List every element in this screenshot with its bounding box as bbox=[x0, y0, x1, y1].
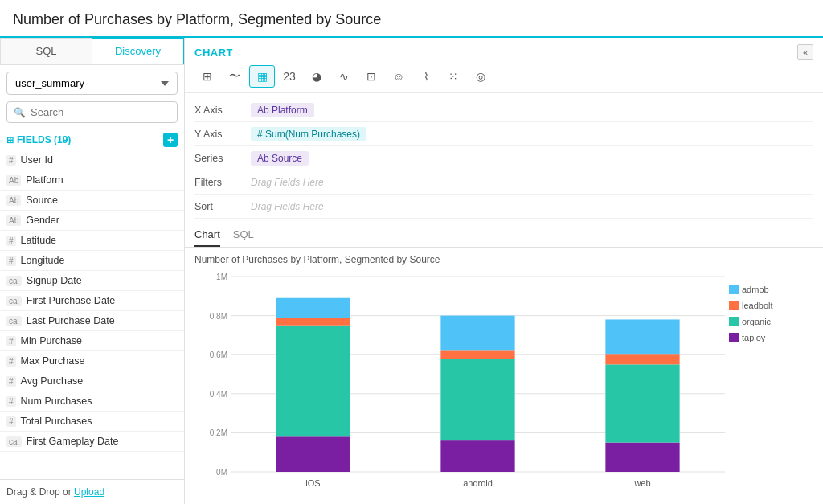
chart-area: Number of Purchases by Platform, Segment… bbox=[185, 248, 823, 504]
bar-admob-web bbox=[605, 319, 679, 354]
axis-row-series: SeriesAb Source bbox=[194, 146, 813, 170]
sidebar-tab-sql[interactable]: SQL bbox=[0, 38, 92, 64]
upload-link[interactable]: Upload bbox=[74, 486, 104, 498]
field-item[interactable]: #Longitude bbox=[0, 251, 184, 271]
chart-header: CHART « bbox=[185, 38, 823, 60]
fields-header: ⊞ FIELDS (19) + bbox=[0, 129, 184, 150]
svg-rect-19 bbox=[729, 317, 739, 326]
axis-row-y: Y Axis# Sum(Num Purchases) bbox=[194, 122, 813, 146]
table-icon[interactable]: ⊞ bbox=[194, 65, 220, 88]
field-item[interactable]: AbSource bbox=[0, 191, 184, 211]
svg-text:admob: admob bbox=[742, 285, 769, 294]
number-icon[interactable]: 23 bbox=[276, 65, 302, 88]
svg-text:0.8M: 0.8M bbox=[210, 312, 227, 321]
page-title: Number of Purchases by Platform, Segment… bbox=[0, 0, 823, 38]
field-item[interactable]: #Max Purchase bbox=[0, 351, 184, 371]
bubble-icon[interactable]: ◎ bbox=[468, 65, 493, 88]
sidebar-tabs: SQL Discovery bbox=[0, 38, 184, 65]
svg-rect-21 bbox=[729, 333, 739, 342]
svg-rect-17 bbox=[729, 301, 739, 310]
search-icon: 🔍 bbox=[14, 107, 26, 118]
search-box: 🔍 bbox=[0, 101, 184, 129]
field-item[interactable]: AbPlatform bbox=[0, 170, 184, 191]
field-item[interactable]: #Latitude bbox=[0, 231, 184, 251]
bar-admob-android bbox=[440, 316, 514, 351]
chart-section-label: CHART bbox=[194, 47, 233, 59]
field-item[interactable]: #Avg Purchase bbox=[0, 371, 184, 391]
axis-tag-y[interactable]: # Sum(Num Purchases) bbox=[251, 127, 366, 141]
line-icon[interactable]: 〜 bbox=[222, 65, 248, 88]
grid-icon: ⊞ bbox=[6, 135, 14, 145]
field-item[interactable]: #Total Purchases bbox=[0, 412, 184, 432]
field-item[interactable]: calLast Purchase Date bbox=[0, 311, 184, 331]
funnel-icon[interactable]: ⌇ bbox=[413, 65, 439, 88]
field-item[interactable]: #User Id bbox=[0, 150, 184, 170]
axis-row-filters: FiltersDrag Fields Here bbox=[194, 170, 813, 195]
axis-config: X AxisAb PlatformY Axis# Sum(Num Purchas… bbox=[185, 93, 823, 223]
axis-tag-x[interactable]: Ab Platform bbox=[251, 103, 314, 117]
fields-list: #User IdAbPlatformAbSourceAbGender#Latit… bbox=[0, 150, 184, 479]
field-item[interactable]: calFirst Gameplay Date bbox=[0, 432, 184, 452]
field-item[interactable]: calFirst Purchase Date bbox=[0, 291, 184, 311]
axis-label-series: Series bbox=[194, 153, 251, 164]
axis-row-sort: SortDrag Fields Here bbox=[194, 195, 813, 219]
svg-text:organic: organic bbox=[742, 317, 772, 326]
bar-tapjoy-android bbox=[440, 440, 514, 472]
dataset-selector: user_summary purchases sessions bbox=[0, 65, 184, 101]
chart-svg-wrap: 1M0.8M0.6M0.4M0.2M0MiOSandroidwebadmoble… bbox=[194, 268, 813, 496]
axis-label-y: Y Axis bbox=[194, 129, 251, 140]
sidebar: SQL Discovery user_summary purchases ses… bbox=[0, 38, 185, 504]
bar-tapjoy-web bbox=[605, 443, 679, 472]
axis-label-sort: Sort bbox=[194, 201, 251, 212]
bar-leadbolt-iOS bbox=[276, 318, 350, 326]
view-tabs: Chart SQL bbox=[185, 223, 823, 248]
field-item[interactable]: calSignup Date bbox=[0, 271, 184, 291]
svg-text:tapjoy: tapjoy bbox=[742, 333, 766, 342]
bar-icon[interactable]: ▦ bbox=[249, 65, 275, 88]
bar-organic-android bbox=[440, 359, 514, 440]
axis-placeholder-filters: Drag Fields Here bbox=[251, 177, 324, 188]
chart-svg: 1M0.8M0.6M0.4M0.2M0MiOSandroidwebadmoble… bbox=[194, 268, 813, 496]
svg-text:0M: 0M bbox=[216, 468, 227, 477]
axis-label-x: X Axis bbox=[194, 104, 251, 116]
axis-tag-series[interactable]: Ab Source bbox=[251, 151, 309, 166]
svg-text:1M: 1M bbox=[216, 272, 227, 281]
person-icon[interactable]: ☺ bbox=[386, 65, 412, 88]
dataset-select[interactable]: user_summary purchases sessions bbox=[6, 72, 178, 95]
svg-text:0.6M: 0.6M bbox=[210, 350, 227, 359]
scatter-icon[interactable]: ⊡ bbox=[358, 65, 384, 88]
svg-text:0.4M: 0.4M bbox=[210, 390, 227, 399]
area-icon[interactable]: ∿ bbox=[331, 65, 357, 88]
tab-chart[interactable]: Chart bbox=[194, 228, 220, 247]
collapse-panel-button[interactable]: « bbox=[797, 44, 813, 60]
axis-label-filters: Filters bbox=[194, 177, 251, 188]
pie-icon[interactable]: ◕ bbox=[304, 65, 330, 88]
chart-display-title: Number of Purchases by Platform, Segment… bbox=[194, 254, 813, 265]
bar-organic-iOS bbox=[276, 326, 350, 437]
tab-sql[interactable]: SQL bbox=[233, 228, 254, 247]
bar-organic-web bbox=[605, 364, 679, 442]
bar-tapjoy-iOS bbox=[276, 436, 350, 472]
axis-placeholder-sort: Drag Fields Here bbox=[251, 201, 324, 212]
search-input-wrap: 🔍 bbox=[6, 101, 178, 123]
field-item[interactable]: AbGender bbox=[0, 211, 184, 231]
add-field-button[interactable]: + bbox=[163, 133, 178, 147]
chart-toolbar: ⊞〜▦23◕∿⊡☺⌇⁙◎ bbox=[185, 60, 823, 93]
axis-row-x: X AxisAb Platform bbox=[194, 98, 813, 122]
main-content: CHART « ⊞〜▦23◕∿⊡☺⌇⁙◎ X AxisAb PlatformY … bbox=[185, 38, 823, 504]
svg-rect-15 bbox=[729, 285, 739, 294]
fields-count-label: FIELDS (19) bbox=[17, 134, 71, 145]
bar-admob-iOS bbox=[276, 298, 350, 318]
svg-text:android: android bbox=[463, 478, 493, 488]
svg-text:0.2M: 0.2M bbox=[210, 428, 227, 437]
dots-icon[interactable]: ⁙ bbox=[440, 65, 466, 88]
search-input[interactable] bbox=[31, 106, 170, 118]
svg-text:leadbolt: leadbolt bbox=[742, 301, 773, 310]
bar-leadbolt-web bbox=[605, 354, 679, 364]
sidebar-bottom: Drag & Drop or Upload bbox=[0, 479, 184, 504]
field-item[interactable]: #Num Purchases bbox=[0, 391, 184, 412]
sidebar-tab-discovery[interactable]: Discovery bbox=[92, 38, 184, 64]
field-item[interactable]: #Min Purchase bbox=[0, 331, 184, 351]
bar-leadbolt-android bbox=[440, 350, 514, 359]
svg-text:web: web bbox=[633, 478, 650, 488]
